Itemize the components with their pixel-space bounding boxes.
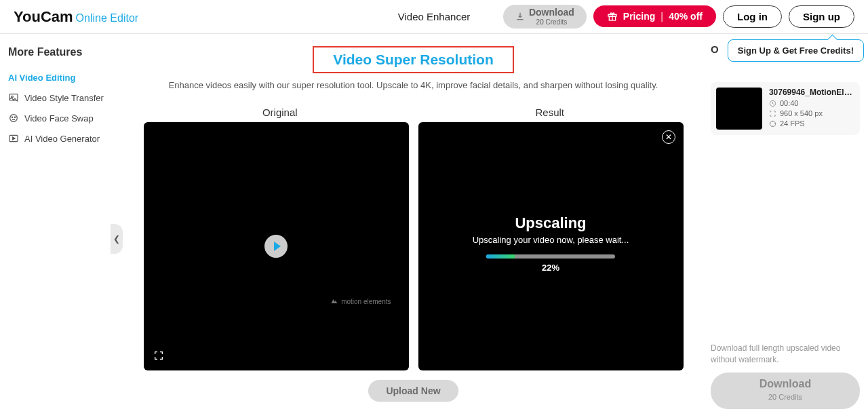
collapse-sidebar-handle[interactable]: ❮ — [111, 224, 123, 254]
panels-header: Original Result — [144, 107, 684, 118]
download-header-button[interactable]: Download 20 Credits — [503, 5, 587, 28]
sidebar-handle-area: ❮ — [112, 34, 124, 420]
generator-icon — [8, 133, 19, 144]
fullscreen-button[interactable] — [153, 350, 164, 361]
original-video-panel: motion elements — [144, 122, 409, 370]
signup-tooltip[interactable]: Sign Up & Get Free Credits! — [728, 39, 864, 62]
style-transfer-icon — [8, 92, 19, 103]
header: YouCam Online Editor Video Enhancer Down… — [0, 0, 868, 34]
face-swap-icon — [8, 113, 19, 123]
video-filename: 30769946_MotionElem… — [769, 88, 854, 97]
signup-button[interactable]: Sign up — [789, 5, 854, 28]
sidebar-item-label: AI Video Generator — [24, 134, 100, 144]
sidebar-item-label: Video Style Transfer — [24, 93, 104, 103]
progress-fill — [486, 254, 515, 259]
clock-icon — [769, 100, 776, 107]
logo-sub: Online Editor — [76, 12, 139, 24]
video-duration: 00:40 — [780, 99, 799, 107]
feature-title-box: Video Super Resolution — [313, 46, 513, 73]
divider: | — [660, 11, 663, 22]
sidebar-item-video-style-transfer[interactable]: Video Style Transfer — [8, 88, 105, 108]
dimensions-icon — [769, 110, 776, 117]
fps-icon — [769, 120, 776, 128]
right-panel: O Sign Up & Get Free Credits! 30769946_M… — [703, 34, 868, 420]
feature-subtitle: Enhance videos easily with our super res… — [169, 80, 658, 90]
close-result-button[interactable]: ✕ — [662, 130, 675, 144]
progress-bar — [486, 254, 615, 259]
upscaling-subtitle: Upscaling your video now, please wait... — [473, 235, 629, 245]
sidebar-title: More Features — [8, 46, 105, 58]
header-right: Download 20 Credits Pricing | 40% off Lo… — [503, 5, 854, 28]
login-button[interactable]: Log in — [723, 5, 782, 28]
close-icon: ✕ — [665, 132, 672, 142]
feature-title: Video Super Resolution — [333, 52, 493, 68]
play-icon — [274, 242, 281, 251]
svg-point-4 — [10, 115, 18, 122]
progress-percent: 22% — [542, 263, 559, 273]
upload-new-button[interactable]: Upload New — [368, 380, 458, 402]
download-result-sublabel: 20 Credits — [768, 393, 802, 401]
svg-point-5 — [12, 117, 12, 117]
upscaling-title: Upscaling — [515, 214, 586, 232]
result-video-panel: ✕ Upscaling Upscaling your video now, pl… — [418, 122, 684, 370]
pricing-label: Pricing — [623, 11, 655, 22]
play-button[interactable] — [264, 235, 288, 258]
download-result-label: Download — [711, 378, 860, 390]
main-content: Video Super Resolution Enhance videos ea… — [124, 34, 703, 420]
gift-icon — [607, 11, 618, 22]
svg-point-6 — [14, 117, 15, 117]
download-note: Download full length upscaled video with… — [711, 343, 860, 366]
sidebar-item-video-face-swap[interactable]: Video Face Swap — [8, 108, 105, 128]
download-sublabel: 20 Credits — [536, 18, 568, 26]
logo-main: YouCam — [14, 8, 73, 26]
original-label: Original — [262, 107, 298, 118]
result-label: Result — [536, 107, 565, 118]
video-fps: 24 FPS — [780, 119, 805, 128]
page-title: Video Enhancer — [398, 11, 470, 22]
video-thumbnail — [716, 88, 762, 130]
video-dimensions: 960 x 540 px — [780, 109, 823, 117]
sidebar-item-label: Video Face Swap — [24, 113, 94, 123]
sidebar-item-ai-video-generator[interactable]: AI Video Generator — [8, 128, 105, 149]
sidebar-item-label: AI Video Editing — [8, 73, 75, 83]
download-result-button[interactable]: Download 20 Credits — [711, 373, 860, 409]
pricing-discount: 40% off — [669, 11, 703, 22]
chevron-left-icon: ❮ — [113, 234, 120, 244]
watermark: motion elements — [330, 297, 391, 305]
sidebar: More Features AI Video Editing Video Sty… — [0, 34, 112, 420]
download-icon — [515, 12, 525, 21]
video-info-card: 30769946_MotionElem… 00:40 960 x 540 px … — [711, 82, 860, 135]
upscaling-status: Upscaling Upscaling your video now, plea… — [418, 214, 684, 273]
download-label: Download — [529, 7, 574, 18]
sidebar-item-ai-video-editing[interactable]: AI Video Editing — [8, 68, 105, 88]
pricing-button[interactable]: Pricing | 40% off — [593, 5, 716, 27]
logo[interactable]: YouCam Online Editor — [14, 8, 138, 26]
